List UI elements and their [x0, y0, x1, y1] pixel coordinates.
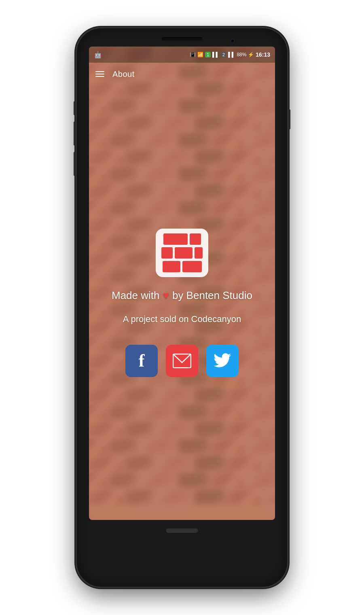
charging-icon: ⚡ — [248, 52, 254, 57]
status-bar: 🤖 📳 📶 1 ▌▌ 2 ▌▌ 88% ⚡ 16:13 — [89, 47, 275, 63]
status-left: 🤖 — [94, 51, 102, 59]
logo-bottom-row — [163, 261, 202, 272]
power-button[interactable] — [288, 109, 290, 129]
hamburger-line-2 — [95, 74, 104, 74]
status-right: 📳 📶 1 ▌▌ 2 ▌▌ 88% ⚡ 16:13 — [190, 51, 270, 58]
main-content: Made with ♥ by Benten Studio A project s… — [89, 85, 275, 520]
logo-brick-3 — [161, 247, 173, 259]
twitter-icon — [213, 353, 232, 369]
twitter-button[interactable] — [206, 345, 239, 377]
volume-up-button[interactable] — [74, 101, 76, 115]
logo-top-row — [163, 233, 201, 245]
project-text: A project sold on Codecanyon — [123, 314, 241, 324]
wifi-icon: 📶 — [197, 52, 203, 57]
author-label: by Benten Studio — [172, 289, 252, 302]
toolbar: About — [89, 63, 275, 85]
app-logo — [156, 229, 208, 277]
speaker-grille — [162, 37, 202, 40]
android-icon: 🤖 — [94, 51, 102, 59]
battery-percent: 88% — [237, 52, 246, 57]
logo-brick-1 — [163, 233, 188, 245]
hamburger-line-1 — [95, 71, 104, 72]
phone-device: 🤖 📳 📶 1 ▌▌ 2 ▌▌ 88% ⚡ 16:13 — [77, 28, 287, 587]
camera-button[interactable] — [74, 152, 76, 176]
email-icon — [173, 354, 191, 368]
made-with-section: Made with ♥ by Benten Studio — [112, 289, 252, 302]
phone-screen: 🤖 📳 📶 1 ▌▌ 2 ▌▌ 88% ⚡ 16:13 — [89, 47, 275, 520]
facebook-icon: f — [139, 352, 145, 370]
logo-brick-6 — [163, 261, 180, 272]
front-camera — [231, 39, 235, 43]
heart-icon: ♥ — [163, 289, 169, 302]
social-buttons-row: f — [125, 345, 239, 377]
time-display: 16:13 — [256, 51, 270, 58]
home-button[interactable] — [166, 528, 198, 533]
volume-down-button[interactable] — [74, 121, 76, 146]
logo-brick-2 — [190, 233, 201, 245]
vibrate-icon: 📳 — [190, 52, 196, 57]
sim1-badge: 1 — [205, 52, 211, 57]
facebook-button[interactable]: f — [125, 345, 158, 377]
sim2-badge: 2 — [221, 52, 226, 57]
hamburger-menu-button[interactable] — [95, 71, 104, 77]
signal2-icon: ▌▌ — [228, 52, 235, 57]
logo-brick-5 — [195, 247, 203, 259]
signal1-icon: ▌▌ — [212, 52, 219, 57]
page-title: About — [112, 70, 135, 79]
email-button[interactable] — [166, 345, 198, 377]
logo-middle-row — [161, 247, 203, 259]
logo-brick-4 — [175, 247, 193, 259]
made-with-label: Made with — [112, 289, 160, 302]
screen-content-wrapper: 🤖 📳 📶 1 ▌▌ 2 ▌▌ 88% ⚡ 16:13 — [89, 47, 275, 520]
logo-brick-7 — [182, 261, 202, 272]
hamburger-line-3 — [95, 76, 104, 77]
